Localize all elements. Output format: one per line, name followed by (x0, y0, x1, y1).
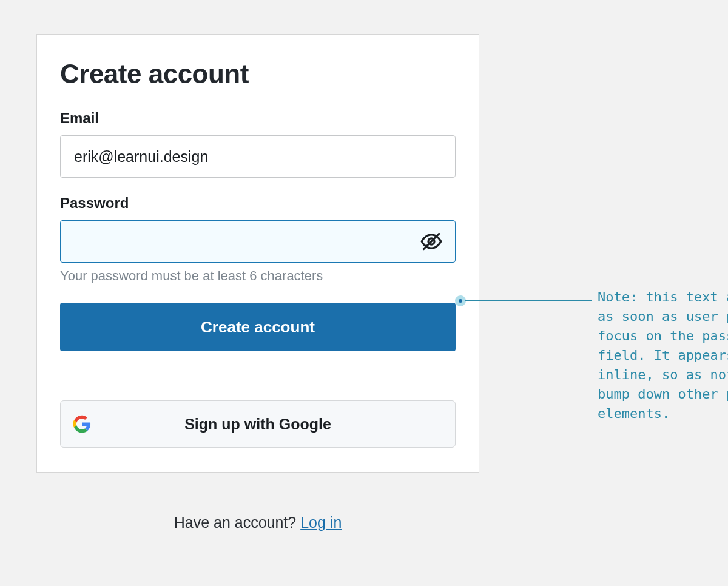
page-title: Create account (60, 59, 456, 89)
password-field-group: Password Your password must be at l (60, 195, 456, 285)
sign-up-with-google-button[interactable]: Sign up with Google (60, 400, 456, 448)
password-hint: Your password must be at least 6 charact… (60, 268, 323, 285)
signup-form-section: Create account Email Password (37, 35, 479, 376)
oauth-section: Sign up with Google (37, 376, 479, 472)
annotation-text: Note: this text appears as soon as user … (598, 288, 728, 423)
email-field-group: Email (60, 110, 456, 178)
password-label: Password (60, 195, 456, 212)
google-icon (73, 415, 91, 433)
login-prompt: Have an account? Log in (36, 514, 479, 531)
email-input[interactable] (60, 135, 456, 178)
google-button-label: Sign up with Google (184, 416, 331, 433)
email-label: Email (60, 110, 456, 127)
eye-off-icon (420, 230, 443, 253)
login-link[interactable]: Log in (300, 514, 342, 531)
password-input[interactable] (60, 220, 456, 263)
create-account-button[interactable]: Create account (60, 303, 456, 351)
signup-card: Create account Email Password (36, 34, 479, 473)
login-prompt-text: Have an account? (174, 514, 300, 531)
annotation-line-icon (465, 300, 592, 301)
toggle-password-visibility-button[interactable] (419, 229, 443, 254)
